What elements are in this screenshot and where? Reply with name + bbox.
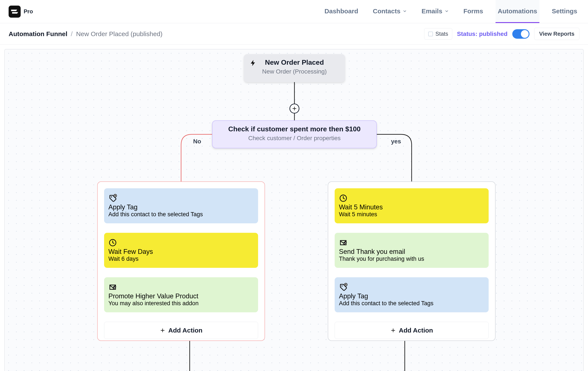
- nav-label: Forms: [463, 8, 483, 15]
- mail-edit-icon: [339, 244, 347, 248]
- chevron-down-icon: [403, 9, 407, 13]
- funnel-subbar: Automation Funnel / New Order Placed (pu…: [0, 23, 588, 45]
- nav-label: Contacts: [373, 8, 400, 15]
- clock-icon: [339, 199, 347, 203]
- condition-title: Check if customer spent more then $100: [212, 125, 376, 133]
- nav-label: Settings: [552, 8, 577, 15]
- action-title: Wait 5 Minutes: [339, 203, 484, 211]
- brand-tier-label: Pro: [24, 8, 33, 15]
- branch-label-yes: yes: [391, 138, 401, 145]
- bolt-icon: [250, 59, 257, 68]
- add-action-label: Add Action: [168, 327, 203, 334]
- brand-logo-icon: [9, 6, 21, 18]
- tag-add-icon: [339, 289, 347, 292]
- connector-lines: [5, 50, 584, 371]
- stats-label: Stats: [436, 31, 448, 37]
- branch-yes-container: Wait 5 Minutes Wait 5 minutes Send Thank…: [328, 181, 495, 341]
- condition-subtitle: Check customer / Order properties: [212, 135, 376, 142]
- primary-nav: Dashboard Contacts Emails Forms Automati…: [322, 0, 579, 23]
- action-title: Wait Few Days: [108, 248, 254, 256]
- action-subtitle: Wait 5 minutes: [339, 211, 484, 218]
- action-subtitle: Wait 6 days: [108, 256, 254, 262]
- top-navbar: Pro Dashboard Contacts Emails Forms Auto…: [0, 0, 588, 23]
- action-promote-product[interactable]: Promote Higher Value Product You may als…: [104, 277, 258, 312]
- action-wait-minutes[interactable]: Wait 5 Minutes Wait 5 minutes: [335, 188, 489, 223]
- nav-automations[interactable]: Automations: [495, 0, 539, 23]
- stats-toggle-checkbox[interactable]: Stats: [424, 28, 452, 40]
- tag-add-icon: [108, 199, 117, 203]
- nav-label: Dashboard: [325, 8, 358, 15]
- nav-label: Emails: [421, 8, 442, 15]
- action-title: Send Thank you email: [339, 248, 484, 256]
- action-subtitle: Add this contact to the selected Tags: [339, 300, 484, 307]
- insert-step-button[interactable]: [290, 103, 299, 113]
- branch-label-no: No: [193, 138, 201, 145]
- brand: Pro: [9, 6, 33, 18]
- add-action-button[interactable]: Add Action: [104, 322, 258, 339]
- plus-icon: [390, 328, 396, 333]
- nav-forms[interactable]: Forms: [461, 0, 485, 23]
- trigger-title: New Order Placed: [244, 59, 345, 66]
- breadcrumb-root[interactable]: Automation Funnel: [9, 30, 67, 38]
- add-action-label: Add Action: [399, 327, 433, 334]
- branch-no-container: Apply Tag Add this contact to the select…: [97, 181, 265, 341]
- condition-node[interactable]: Check if customer spent more then $100 C…: [212, 120, 377, 148]
- toggle-knob: [521, 30, 529, 38]
- add-action-button[interactable]: Add Action: [335, 322, 489, 339]
- breadcrumb-separator: /: [71, 30, 73, 38]
- view-reports-button[interactable]: View Reports: [534, 28, 579, 40]
- action-title: Apply Tag: [108, 203, 254, 211]
- trigger-subtitle: New Order (Processing): [244, 68, 345, 75]
- trigger-node[interactable]: New Order Placed New Order (Processing): [244, 54, 345, 82]
- action-wait-days[interactable]: Wait Few Days Wait 6 days: [104, 233, 258, 268]
- nav-settings[interactable]: Settings: [550, 0, 579, 23]
- nav-dashboard[interactable]: Dashboard: [322, 0, 360, 23]
- action-subtitle: Add this contact to the selected Tags: [108, 211, 254, 218]
- mail-edit-icon: [108, 289, 117, 292]
- action-subtitle: Thank you for purchasing with us: [339, 256, 484, 262]
- chevron-down-icon: [445, 9, 449, 13]
- action-apply-tag[interactable]: Apply Tag Add this contact to the select…: [104, 188, 258, 223]
- status-label: Status: published: [457, 31, 508, 37]
- nav-contacts[interactable]: Contacts: [371, 0, 409, 23]
- automation-canvas[interactable]: New Order Placed New Order (Processing) …: [4, 49, 584, 371]
- action-title: Apply Tag: [339, 292, 484, 300]
- action-send-thankyou-email[interactable]: Send Thank you email Thank you for purch…: [335, 233, 489, 268]
- nav-emails[interactable]: Emails: [419, 0, 451, 23]
- nav-label: Automations: [498, 8, 537, 15]
- breadcrumb: Automation Funnel / New Order Placed (pu…: [9, 30, 163, 38]
- breadcrumb-funnel-name: New Order Placed (published): [76, 30, 163, 38]
- checkbox-icon: [428, 31, 433, 36]
- publish-toggle[interactable]: [512, 29, 529, 39]
- clock-icon: [108, 244, 117, 248]
- action-apply-tag[interactable]: Apply Tag Add this contact to the select…: [335, 277, 489, 312]
- plus-icon: [160, 328, 165, 333]
- action-subtitle: You may also interested this addon: [108, 300, 254, 307]
- action-title: Promote Higher Value Product: [108, 292, 254, 300]
- subbar-actions: Stats Status: published View Reports: [424, 28, 579, 40]
